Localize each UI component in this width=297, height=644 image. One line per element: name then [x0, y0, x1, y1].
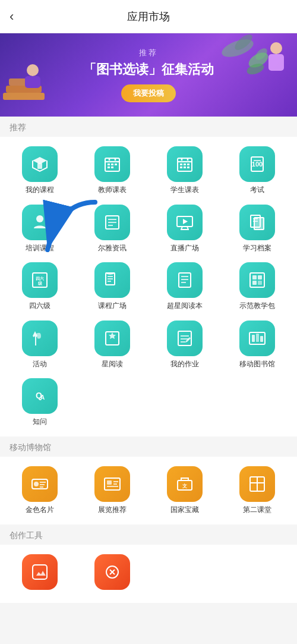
app-my-homework[interactable]: 我的作业 — [150, 321, 220, 369]
erya-news-label: 尔雅资讯 — [98, 244, 127, 253]
app-mobile-library[interactable]: 移动图书馆 — [222, 321, 292, 369]
training-course-icon — [22, 205, 58, 240]
banner-button[interactable]: 我要投稿 — [121, 84, 176, 102]
app-my-course[interactable]: 我的课程 — [5, 146, 75, 195]
creation-1-icon — [22, 554, 58, 590]
svg-rect-28 — [184, 164, 186, 165]
svg-rect-13 — [37, 163, 42, 169]
svg-rect-84 — [107, 480, 112, 485]
app-teacher-schedule[interactable]: 教师课表 — [77, 146, 147, 195]
app-national-treasure[interactable]: 文 国家宝藏 — [150, 466, 220, 515]
exhibition-label: 展览推荐 — [98, 505, 127, 515]
zhiwen-label: 知问 — [33, 417, 47, 427]
app-zhiwen[interactable]: QA 知问 — [5, 378, 75, 427]
svg-rect-20 — [115, 164, 117, 165]
app-cet[interactable]: 四六级 四六级 — [5, 262, 75, 311]
app-creation-1[interactable] — [5, 554, 75, 593]
app-second-class[interactable]: 第二课堂 — [222, 466, 292, 515]
my-course-label: 我的课程 — [26, 186, 54, 195]
teacher-schedule-label: 教师课表 — [98, 186, 127, 195]
app-erya-news[interactable]: 尔雅资讯 — [77, 205, 147, 253]
demo-package-icon — [239, 262, 275, 298]
app-student-schedule[interactable]: 学生课表 — [150, 146, 220, 195]
svg-rect-62 — [252, 275, 257, 279]
app-live-plaza[interactable]: 直播广场 — [150, 205, 220, 253]
svg-point-3 — [27, 64, 39, 76]
app-creation-2[interactable] — [77, 554, 147, 593]
app-activity[interactable]: 活动 — [5, 321, 75, 369]
banner-subtitle: 推荐 — [83, 48, 214, 58]
museum-grid-container: 金色名片 展览推荐 文 国家宝藏 第二课堂 — [0, 457, 297, 524]
gold-card-label: 金色名片 — [26, 505, 54, 515]
svg-text:A: A — [40, 394, 45, 401]
app-star-read[interactable]: 星阅读 — [77, 321, 147, 369]
banner: 推荐 「图书选读」征集活动 我要投稿 — [0, 33, 297, 117]
app-exam[interactable]: 100 考试 — [222, 146, 292, 195]
svg-rect-19 — [111, 164, 113, 165]
student-schedule-label: 学生课表 — [170, 186, 199, 195]
app-chaoxing-read[interactable]: 超星阅读本 — [150, 262, 220, 311]
svg-marker-45 — [183, 219, 188, 224]
study-archive-icon — [239, 205, 275, 240]
study-archive-label: 学习档案 — [243, 244, 271, 253]
second-class-icon — [239, 466, 275, 502]
cet-icon: 四六级 — [22, 262, 58, 298]
app-gold-card[interactable]: 金色名片 — [5, 466, 75, 515]
svg-rect-4 — [25, 76, 40, 88]
svg-rect-64 — [252, 281, 257, 285]
app-training-course[interactable]: 培训课程 — [5, 205, 75, 253]
svg-text:级: 级 — [37, 281, 43, 285]
svg-rect-27 — [180, 164, 182, 165]
museum-app-grid: 金色名片 展览推荐 文 国家宝藏 第二课堂 — [5, 466, 292, 515]
svg-point-79 — [34, 482, 39, 486]
svg-point-6 — [270, 42, 282, 54]
banner-title: 「图书选读」征集活动 — [83, 61, 214, 78]
page-title: 应用市场 — [127, 10, 170, 24]
banner-content: 推荐 「图书选读」征集活动 我要投稿 — [83, 48, 214, 102]
cet-label: 四六级 — [29, 301, 50, 311]
svg-rect-32 — [187, 167, 189, 168]
app-course-plaza[interactable]: 课程广场 — [77, 262, 147, 311]
chaoxing-read-icon — [167, 262, 203, 298]
my-course-icon — [22, 146, 58, 182]
svg-rect-22 — [111, 167, 113, 168]
zhiwen-icon: QA — [22, 378, 58, 414]
museum-section-label: 移动博物馆 — [0, 436, 297, 457]
header: ‹ 应用市场 — [0, 0, 297, 33]
erya-news-icon — [94, 205, 130, 240]
national-treasure-icon: 文 — [167, 466, 203, 502]
live-plaza-label: 直播广场 — [170, 244, 199, 253]
app-exhibition[interactable]: 展览推荐 — [77, 466, 147, 515]
svg-rect-18 — [108, 164, 110, 165]
exam-icon: 100 — [239, 146, 275, 182]
chaoxing-read-label: 超星阅读本 — [167, 301, 203, 311]
student-schedule-icon — [167, 146, 203, 182]
star-read-icon — [94, 321, 130, 356]
back-button[interactable]: ‹ — [10, 9, 14, 24]
creation-app-grid — [5, 554, 292, 593]
app-demo-package[interactable]: 示范教学包 — [222, 262, 292, 311]
svg-rect-63 — [258, 275, 262, 279]
svg-text:100: 100 — [252, 161, 263, 168]
app-study-archive[interactable]: 学习档案 — [222, 205, 292, 253]
creation-grid-container — [0, 545, 297, 603]
recommended-section-label: 推荐 — [0, 117, 297, 137]
banner-left-deco — [0, 45, 65, 117]
svg-point-36 — [36, 215, 43, 222]
live-plaza-icon — [167, 205, 203, 240]
exam-label: 考试 — [250, 186, 264, 195]
svg-rect-61 — [250, 273, 264, 287]
svg-rect-93 — [33, 565, 47, 579]
course-plaza-label: 课程广场 — [98, 301, 127, 311]
recommended-app-grid: 我的课程 教师课表 学生课表 100 考试 培训课程 — [5, 146, 292, 427]
svg-rect-65 — [258, 281, 262, 285]
svg-rect-83 — [105, 478, 120, 490]
banner-top-leaves — [220, 33, 255, 63]
svg-rect-57 — [179, 273, 191, 287]
second-class-label: 第二课堂 — [243, 505, 271, 515]
svg-text:四六: 四六 — [36, 276, 45, 281]
svg-rect-30 — [180, 167, 182, 168]
my-homework-label: 我的作业 — [170, 360, 199, 369]
mobile-library-icon — [239, 321, 275, 356]
recommended-grid-container: 我的课程 教师课表 学生课表 100 考试 培训课程 — [0, 137, 297, 436]
